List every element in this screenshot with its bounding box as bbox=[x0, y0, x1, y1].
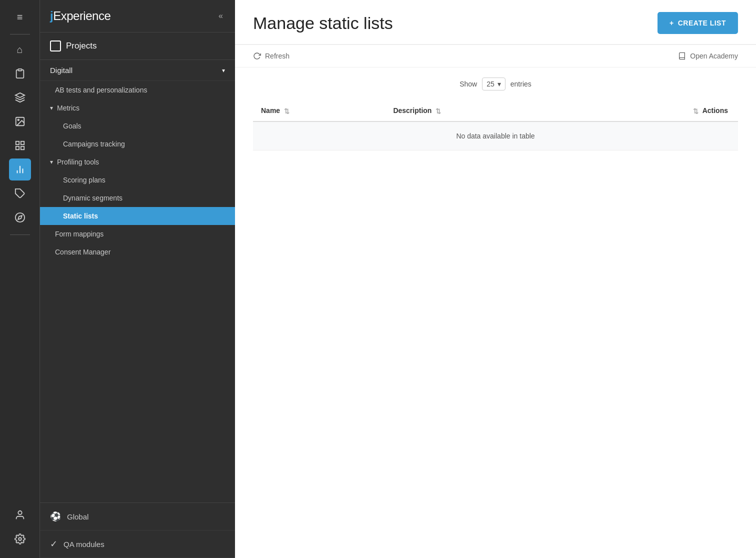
svg-point-15 bbox=[18, 538, 22, 540]
svg-marker-1 bbox=[15, 93, 24, 98]
table-area: Show 25 ▾ entries Name ⇅ Description ⇅ bbox=[235, 68, 756, 558]
clipboard-icon[interactable] bbox=[9, 62, 31, 84]
chart-icon[interactable] bbox=[9, 158, 31, 180]
create-list-button[interactable]: + CREATE LIST bbox=[658, 12, 738, 34]
sidebar-section-metrics[interactable]: ▾ Metrics bbox=[40, 99, 235, 117]
page-title: Manage static lists bbox=[253, 14, 393, 33]
sidebar: jExperience « Projects Digitall ▾ AB tes… bbox=[40, 0, 235, 558]
profiling-tools-label: Profiling tools bbox=[57, 158, 99, 166]
table-body: No data available in table bbox=[253, 122, 738, 150]
menu-icon[interactable]: ≡ bbox=[9, 6, 31, 28]
no-data-message: No data available in table bbox=[253, 122, 738, 150]
app-logo: jExperience bbox=[50, 9, 110, 23]
svg-rect-0 bbox=[18, 69, 22, 71]
show-label: Show bbox=[460, 80, 477, 88]
sidebar-item-ab-tests[interactable]: AB tests and personalizations bbox=[40, 81, 235, 99]
col-actions-label: Actions bbox=[702, 106, 728, 114]
sidebar-item-campaigns-tracking[interactable]: Campaigns tracking bbox=[40, 135, 235, 153]
col-description[interactable]: Description ⇅ bbox=[385, 100, 575, 122]
sidebar-item-dynamic-segments[interactable]: Dynamic segments bbox=[40, 189, 235, 207]
grid-icon[interactable] bbox=[9, 134, 31, 156]
projects-label: Projects bbox=[66, 41, 96, 51]
metrics-label: Metrics bbox=[57, 104, 80, 112]
main-content: Manage static lists + CREATE LIST Refres… bbox=[235, 0, 756, 558]
col-name-label: Name bbox=[261, 106, 280, 114]
svg-point-14 bbox=[18, 511, 22, 514]
projects-section: Projects bbox=[40, 32, 235, 60]
svg-marker-13 bbox=[18, 216, 22, 220]
sidebar-qa-modules-item[interactable]: ✓ QA modules bbox=[40, 530, 235, 558]
gear-icon[interactable] bbox=[9, 528, 31, 550]
col-description-sort-icon: ⇅ bbox=[436, 108, 441, 115]
svg-rect-5 bbox=[20, 142, 24, 144]
sidebar-item-scoring-plans[interactable]: Scoring plans bbox=[40, 171, 235, 189]
rail-divider-1 bbox=[10, 34, 30, 34]
show-entries-control: Show 25 ▾ entries bbox=[253, 78, 738, 90]
compass-icon[interactable] bbox=[9, 206, 31, 228]
col-name-sort-icon: ⇅ bbox=[284, 108, 290, 115]
image-icon[interactable] bbox=[9, 110, 31, 132]
create-list-label: CREATE LIST bbox=[678, 19, 726, 27]
global-icon: ⚽ bbox=[50, 511, 61, 522]
sidebar-header: jExperience « bbox=[40, 0, 235, 32]
col-actions: ⇅ Actions bbox=[575, 100, 738, 122]
qa-modules-label: QA modules bbox=[64, 540, 104, 548]
qa-check-icon: ✓ bbox=[50, 538, 58, 550]
sidebar-item-goals[interactable]: Goals bbox=[40, 117, 235, 135]
entries-label: entries bbox=[510, 80, 532, 88]
refresh-label: Refresh bbox=[265, 52, 290, 60]
svg-rect-6 bbox=[20, 146, 24, 150]
entries-chevron-icon: ▾ bbox=[498, 80, 501, 88]
sidebar-section-profiling-tools[interactable]: ▾ Profiling tools bbox=[40, 153, 235, 171]
person-icon[interactable] bbox=[9, 504, 31, 526]
tag-icon[interactable] bbox=[9, 182, 31, 204]
chevron-profiling-icon: ▾ bbox=[50, 158, 53, 166]
global-label: Global bbox=[67, 512, 88, 521]
chevron-down-icon: ▾ bbox=[222, 67, 225, 74]
svg-point-3 bbox=[18, 119, 19, 120]
projects-icon bbox=[50, 40, 61, 52]
col-name[interactable]: Name ⇅ bbox=[253, 100, 385, 122]
book-icon bbox=[678, 52, 686, 60]
col-actions-sort-icon: ⇅ bbox=[693, 108, 698, 115]
table-header: Name ⇅ Description ⇅ ⇅ Actions bbox=[253, 100, 738, 122]
project-name: Digitall bbox=[50, 66, 72, 74]
main-header: Manage static lists + CREATE LIST bbox=[235, 0, 756, 45]
project-dropdown[interactable]: Digitall ▾ bbox=[40, 60, 235, 81]
chevron-metrics-icon: ▾ bbox=[50, 104, 53, 112]
sidebar-item-form-mappings[interactable]: Form mappings bbox=[40, 225, 235, 243]
logo-rest: Experience bbox=[53, 9, 110, 22]
sidebar-item-consent-manager[interactable]: Consent Manager bbox=[40, 243, 235, 261]
home-icon[interactable]: ⌂ bbox=[9, 38, 31, 60]
sidebar-collapse-button[interactable]: « bbox=[216, 10, 225, 22]
svg-rect-7 bbox=[16, 146, 18, 150]
rail-divider-2 bbox=[10, 234, 30, 235]
toolbar: Refresh Open Academy bbox=[235, 45, 756, 68]
icon-rail: ≡ ⌂ bbox=[0, 0, 40, 558]
svg-point-12 bbox=[15, 213, 24, 222]
sidebar-bottom: ⚽ Global ✓ QA modules bbox=[40, 502, 235, 558]
sidebar-item-static-lists[interactable]: Static lists bbox=[40, 207, 235, 225]
sidebar-global-item[interactable]: ⚽ Global bbox=[40, 503, 235, 530]
layers-icon[interactable] bbox=[9, 86, 31, 108]
entries-value: 25 bbox=[486, 80, 494, 88]
open-academy-button[interactable]: Open Academy bbox=[678, 52, 738, 60]
refresh-icon bbox=[253, 52, 261, 60]
svg-rect-4 bbox=[16, 142, 18, 144]
static-lists-table: Name ⇅ Description ⇅ ⇅ Actions No data a… bbox=[253, 100, 738, 150]
create-list-plus-icon: + bbox=[670, 19, 674, 27]
col-description-label: Description bbox=[393, 106, 432, 114]
no-data-row: No data available in table bbox=[253, 122, 738, 150]
refresh-button[interactable]: Refresh bbox=[253, 52, 290, 60]
academy-label: Open Academy bbox=[690, 52, 738, 60]
entries-select[interactable]: 25 ▾ bbox=[482, 78, 506, 90]
